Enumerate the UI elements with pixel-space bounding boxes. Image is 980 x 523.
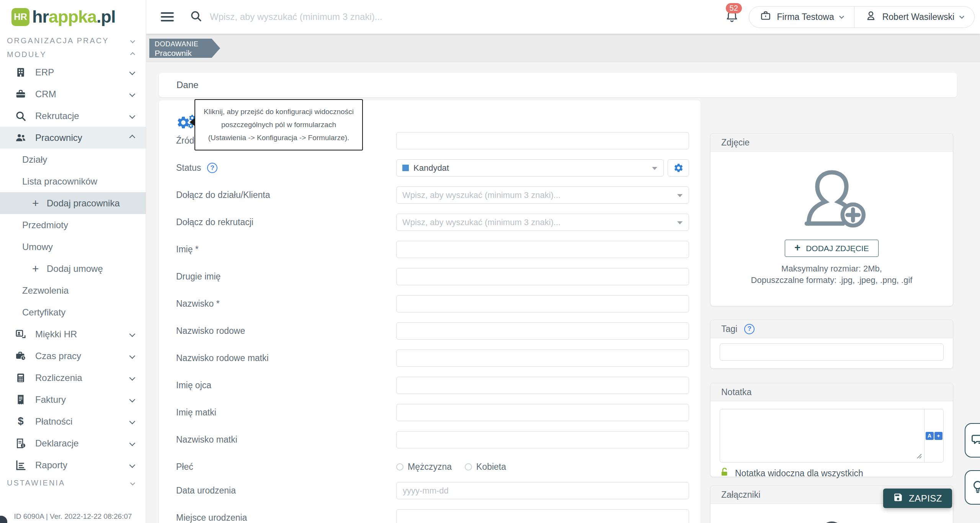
field-label: Data urodzenia — [176, 485, 236, 496]
caret-down-icon — [677, 194, 683, 197]
app-logo[interactable]: HR hrappka.pl — [0, 0, 146, 34]
data-urodzenia-input[interactable] — [396, 482, 689, 499]
sidebar-item-deklaracje[interactable]: Deklaracje — [0, 432, 146, 454]
radio-icon — [396, 463, 403, 471]
sidebar-item-umowy[interactable]: Umowy — [0, 236, 146, 258]
chevron-down-icon — [129, 113, 136, 119]
breadcrumb[interactable]: DODAWANIE Pracownik — [149, 39, 220, 58]
help-tips-button[interactable] — [965, 470, 980, 505]
status-select[interactable]: Kandydat — [396, 159, 664, 177]
plus-icon: + — [32, 197, 43, 210]
sidebar-item-raporty[interactable]: Raporty — [0, 454, 146, 476]
note-visibility[interactable]: Notatka widoczna dla wszystkich — [720, 467, 944, 479]
caret-down-icon — [652, 167, 657, 170]
upload-icon[interactable] — [821, 521, 843, 523]
sidebar-item-faktury[interactable]: Faktury — [0, 389, 146, 410]
rekrutacja-select[interactable]: Wpisz, aby wyszukać (minimum 3 znaki)... — [396, 214, 689, 231]
sidebar-item-czas-pracy[interactable]: Czas pracy — [0, 345, 146, 367]
field-row-miejsce-urodzenia: Miejsce urodzenia — [176, 509, 689, 523]
caret-down-icon — [677, 221, 683, 224]
field-row-nazwisko-rodowe-matki: Nazwisko rodowe matki — [176, 350, 689, 367]
building-icon — [14, 67, 28, 78]
sidebar-item-dodaj-umowe[interactable]: + Dodaj umowę — [0, 258, 146, 279]
field-row-imie-ojca: Imię ojca — [176, 377, 689, 394]
add-photo-button[interactable]: + DODAJ ZDJĘCIE — [785, 240, 878, 257]
field-row-plec: Płeć Mężczyzna Kobieta — [176, 458, 689, 472]
topbar: 52 Firma Testowa Robert Wasilewski — [146, 0, 980, 34]
company-briefcase-icon — [760, 10, 771, 24]
sidebar-item-erp[interactable]: ERP — [0, 61, 146, 83]
attachments-card-title: Załączniki — [721, 490, 760, 500]
save-button[interactable]: ZAPISZ — [883, 489, 952, 508]
briefcase-icon — [14, 88, 28, 100]
dollar-icon: $ — [14, 415, 28, 427]
chat-bubbles-icon — [970, 432, 980, 449]
field-row-imie: Imię * — [176, 241, 689, 258]
drugie-imie-input[interactable] — [396, 268, 689, 285]
radio-icon — [465, 463, 472, 471]
lightbulb-icon — [970, 479, 980, 495]
gender-radio-male[interactable]: Mężczyzna — [396, 462, 452, 472]
photo-card: Zdjęcie + DODAJ ZDJĘCIE — [710, 133, 953, 306]
user-menu[interactable]: Robert Wasilewski — [854, 7, 974, 28]
sidebar-section-moduly[interactable]: MODUŁY — [0, 47, 146, 61]
imie-ojca-input[interactable] — [396, 377, 689, 394]
zrodlo-input[interactable] — [396, 132, 689, 149]
plus-icon: + — [32, 262, 43, 275]
status-settings-button[interactable] — [668, 159, 689, 177]
nazwisko-input[interactable] — [396, 295, 689, 312]
global-search-input[interactable] — [210, 11, 721, 22]
imie-input[interactable] — [396, 241, 689, 258]
sidebar-item-platnosci[interactable]: $ Płatności — [0, 410, 146, 432]
resize-handle[interactable] — [916, 453, 922, 460]
person-screen-icon — [14, 329, 28, 340]
company-selector[interactable]: Firma Testowa — [749, 7, 854, 28]
sidebar-item-dzialy[interactable]: Działy — [0, 149, 146, 170]
invoice-icon — [14, 394, 28, 405]
menu-icon[interactable] — [161, 10, 174, 24]
sidebar-section-ustawienia[interactable]: USTAWIENIA — [0, 476, 146, 490]
dzial-klient-select[interactable]: Wpisz, aby wyszukać (minimum 3 znaki)... — [396, 186, 689, 204]
sidebar-item-rozliczenia[interactable]: Rozliczenia — [0, 367, 146, 389]
chevron-down-icon — [959, 14, 964, 19]
note-textarea[interactable] — [720, 409, 924, 462]
sidebar-item-pracownicy[interactable]: Pracownicy — [0, 127, 146, 149]
sidebar: HR hrappka.pl ORGANIZACJA PRACY MODUŁY E… — [0, 0, 146, 523]
help-icon[interactable]: ? — [207, 163, 217, 173]
sidebar-item-przedmioty[interactable]: Przedmioty — [0, 214, 146, 236]
nazwisko-matki-input[interactable] — [396, 431, 689, 448]
chevron-down-icon — [129, 375, 136, 381]
sidebar-section-organizacja[interactable]: ORGANIZACJA PRACY — [0, 34, 146, 47]
version-footer: ID 6090A | Ver. 2022-12-22 08:26:07 — [0, 512, 146, 521]
tags-input[interactable] — [720, 343, 944, 361]
note-editor: A — [720, 409, 944, 463]
people-icon — [14, 132, 28, 144]
sidebar-item-zezwolenia[interactable]: Zezwolenia — [0, 279, 146, 301]
translate-icon[interactable]: A — [926, 432, 942, 440]
sidebar-item-crm[interactable]: CRM — [0, 83, 146, 105]
sidebar-item-rekrutacje[interactable]: Rekrutacje — [0, 105, 146, 127]
imie-matki-input[interactable] — [396, 404, 689, 421]
field-row-nazwisko-rodowe: Nazwisko rodowe — [176, 322, 689, 340]
chevron-down-icon — [130, 38, 135, 43]
chevron-down-icon — [129, 69, 136, 75]
notifications-button[interactable]: 52 — [725, 9, 739, 25]
calculator-icon — [14, 372, 28, 384]
sidebar-item-miekki-hr[interactable]: Miękki HR — [0, 323, 146, 345]
field-label: Dołącz do działu/Klienta — [176, 190, 270, 200]
note-card: Notatka A Notatka widoczna dla wsz — [710, 383, 953, 477]
nazwisko-rodowe-input[interactable] — [396, 322, 689, 340]
chat-widget-button[interactable] — [965, 423, 980, 458]
gender-radio-female[interactable]: Kobieta — [465, 462, 506, 472]
help-icon[interactable]: ? — [744, 324, 755, 334]
note-card-title: Notatka — [721, 387, 751, 397]
field-row-data-urodzenia: Data urodzenia — [176, 482, 689, 499]
sidebar-item-certyfikaty[interactable]: Certyfikaty — [0, 301, 146, 323]
nazwisko-rodowe-matki-input[interactable] — [396, 350, 689, 367]
main-content: Dane Kliknij, aby przejść do konfiguracj… — [146, 62, 980, 523]
sidebar-item-dodaj-pracownika[interactable]: + Dodaj pracownika — [0, 192, 146, 214]
field-label: Płeć — [176, 462, 193, 472]
sidebar-item-lista-pracownikow[interactable]: Lista pracowników — [0, 170, 146, 192]
field-label: Nazwisko * — [176, 299, 220, 309]
miejsce-urodzenia-input[interactable] — [396, 509, 689, 523]
